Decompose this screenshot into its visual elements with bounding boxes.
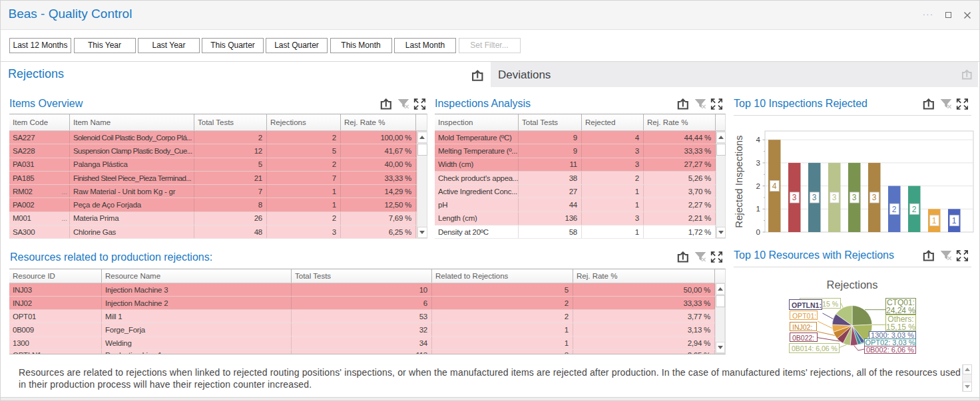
svg-text:4: 4 <box>772 182 777 191</box>
svg-text:3: 3 <box>792 193 797 202</box>
svg-text:3: 3 <box>832 193 837 202</box>
svg-text:Rejections: Rejections <box>826 279 877 291</box>
svg-text:3: 3 <box>872 193 877 202</box>
svg-text:1: 1 <box>756 205 760 213</box>
svg-text:Rejected Inspections: Rejected Inspections <box>733 135 744 227</box>
svg-text:3: 3 <box>852 193 857 202</box>
svg-text:2: 2 <box>892 205 897 214</box>
svg-text:1: 1 <box>932 216 937 225</box>
svg-text:2: 2 <box>756 182 760 190</box>
svg-text:3: 3 <box>812 193 817 202</box>
svg-text:0: 0 <box>756 228 760 236</box>
svg-text:2: 2 <box>912 205 917 214</box>
svg-text:4: 4 <box>756 136 761 144</box>
svg-text:1: 1 <box>952 216 957 225</box>
svg-text:3: 3 <box>756 159 760 167</box>
